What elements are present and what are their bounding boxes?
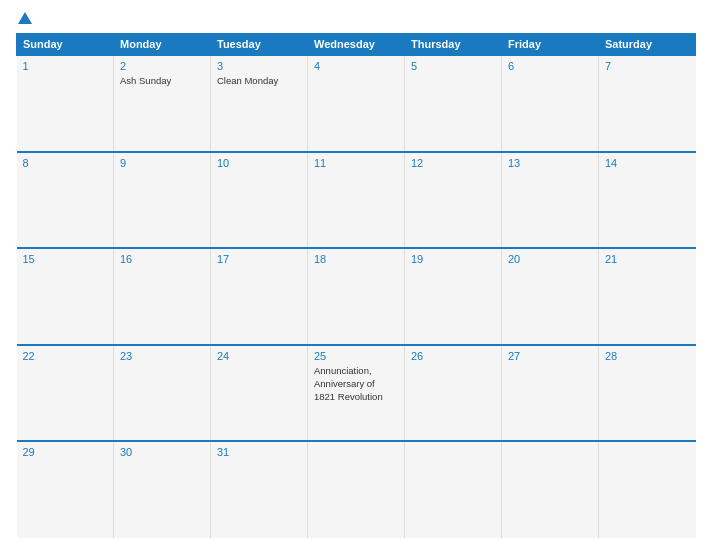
calendar-cell: 6	[502, 55, 599, 152]
event-label: Ash Sunday	[120, 75, 171, 86]
day-number: 21	[605, 253, 690, 265]
day-number: 22	[23, 350, 108, 362]
day-number: 27	[508, 350, 592, 362]
calendar-cell: 18	[308, 248, 405, 345]
calendar-cell: 22	[17, 345, 114, 442]
day-number: 6	[508, 60, 592, 72]
calendar-cell: 2Ash Sunday	[114, 55, 211, 152]
calendar-cell: 15	[17, 248, 114, 345]
calendar-cell: 8	[17, 152, 114, 249]
day-header-saturday: Saturday	[599, 34, 696, 56]
day-number: 30	[120, 446, 204, 458]
day-header-wednesday: Wednesday	[308, 34, 405, 56]
day-header-friday: Friday	[502, 34, 599, 56]
day-number: 5	[411, 60, 495, 72]
day-number: 15	[23, 253, 108, 265]
day-number: 19	[411, 253, 495, 265]
day-number: 25	[314, 350, 398, 362]
day-number: 23	[120, 350, 204, 362]
calendar-week-row: 293031	[17, 441, 696, 538]
day-number: 17	[217, 253, 301, 265]
calendar-cell: 27	[502, 345, 599, 442]
calendar-cell: 5	[405, 55, 502, 152]
calendar-cell: 28	[599, 345, 696, 442]
calendar-cell: 29	[17, 441, 114, 538]
header	[16, 12, 696, 25]
calendar-header-row: SundayMondayTuesdayWednesdayThursdayFrid…	[17, 34, 696, 56]
calendar-page: SundayMondayTuesdayWednesdayThursdayFrid…	[0, 0, 712, 550]
calendar-cell: 7	[599, 55, 696, 152]
logo-triangle-icon	[18, 12, 32, 24]
event-label: Clean Monday	[217, 75, 278, 86]
day-number: 4	[314, 60, 398, 72]
calendar-cell: 17	[211, 248, 308, 345]
day-number: 20	[508, 253, 592, 265]
calendar-week-row: 15161718192021	[17, 248, 696, 345]
logo-blue-text	[16, 12, 32, 25]
day-number: 9	[120, 157, 204, 169]
calendar-week-row: 22232425Annunciation, Anniversary of 182…	[17, 345, 696, 442]
calendar-cell: 26	[405, 345, 502, 442]
day-number: 1	[23, 60, 108, 72]
day-header-thursday: Thursday	[405, 34, 502, 56]
logo	[16, 12, 32, 25]
day-number: 2	[120, 60, 204, 72]
calendar-cell: 13	[502, 152, 599, 249]
day-header-sunday: Sunday	[17, 34, 114, 56]
calendar-cell: 21	[599, 248, 696, 345]
day-number: 16	[120, 253, 204, 265]
calendar-cell: 14	[599, 152, 696, 249]
day-number: 11	[314, 157, 398, 169]
day-number: 8	[23, 157, 108, 169]
calendar-cell: 30	[114, 441, 211, 538]
calendar-cell: 31	[211, 441, 308, 538]
day-number: 12	[411, 157, 495, 169]
calendar-cell: 1	[17, 55, 114, 152]
day-number: 31	[217, 446, 301, 458]
day-number: 29	[23, 446, 108, 458]
calendar-cell: 9	[114, 152, 211, 249]
calendar-cell: 25Annunciation, Anniversary of 1821 Revo…	[308, 345, 405, 442]
calendar-cell	[599, 441, 696, 538]
calendar-cell: 23	[114, 345, 211, 442]
calendar-cell: 16	[114, 248, 211, 345]
calendar-cell: 3Clean Monday	[211, 55, 308, 152]
calendar-cell	[405, 441, 502, 538]
calendar-table: SundayMondayTuesdayWednesdayThursdayFrid…	[16, 33, 696, 538]
day-number: 14	[605, 157, 690, 169]
day-number: 26	[411, 350, 495, 362]
day-number: 13	[508, 157, 592, 169]
calendar-week-row: 12Ash Sunday3Clean Monday4567	[17, 55, 696, 152]
calendar-cell: 11	[308, 152, 405, 249]
day-number: 7	[605, 60, 690, 72]
day-header-monday: Monday	[114, 34, 211, 56]
day-number: 24	[217, 350, 301, 362]
calendar-cell: 19	[405, 248, 502, 345]
day-number: 18	[314, 253, 398, 265]
calendar-week-row: 891011121314	[17, 152, 696, 249]
calendar-cell: 4	[308, 55, 405, 152]
day-number: 10	[217, 157, 301, 169]
calendar-cell: 20	[502, 248, 599, 345]
calendar-cell: 12	[405, 152, 502, 249]
calendar-cell: 10	[211, 152, 308, 249]
event-label: Annunciation, Anniversary of 1821 Revolu…	[314, 365, 383, 403]
day-number: 28	[605, 350, 690, 362]
calendar-cell	[502, 441, 599, 538]
day-number: 3	[217, 60, 301, 72]
calendar-cell	[308, 441, 405, 538]
calendar-cell: 24	[211, 345, 308, 442]
day-header-tuesday: Tuesday	[211, 34, 308, 56]
